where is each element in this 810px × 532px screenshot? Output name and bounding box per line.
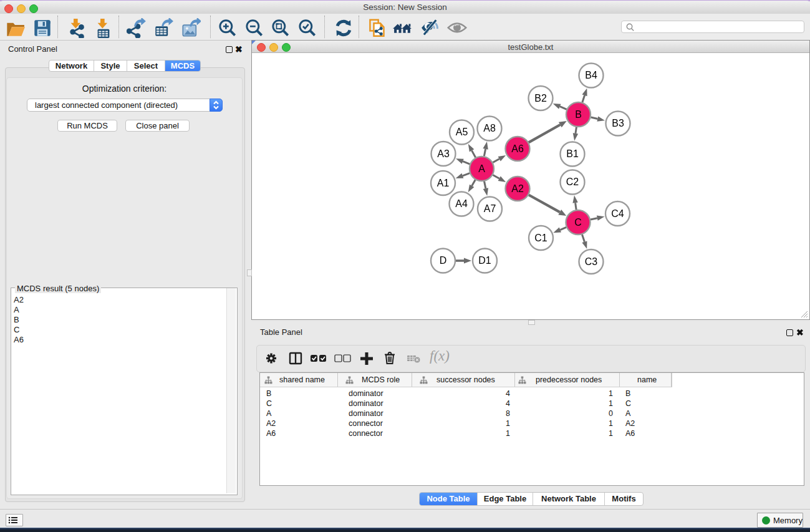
svg-text:C4: C4: [611, 208, 624, 219]
svg-text:B: B: [575, 109, 582, 120]
svg-text:C1: C1: [534, 233, 547, 243]
svg-text:A8: A8: [483, 123, 496, 133]
svg-text:A3: A3: [437, 148, 450, 159]
svg-text:A1: A1: [437, 178, 450, 188]
svg-text:A4: A4: [455, 198, 468, 209]
svg-text:C2: C2: [566, 177, 579, 187]
svg-text:C: C: [574, 217, 582, 228]
svg-text:B4: B4: [585, 70, 597, 80]
svg-text:A7: A7: [484, 203, 496, 214]
svg-text:A5: A5: [456, 127, 468, 137]
svg-text:A2: A2: [511, 183, 524, 194]
svg-text:A6: A6: [511, 143, 524, 154]
svg-text:B3: B3: [612, 118, 624, 128]
svg-text:D1: D1: [478, 255, 491, 266]
svg-text:C3: C3: [585, 256, 598, 267]
svg-text:B2: B2: [534, 93, 547, 104]
svg-text:D: D: [440, 255, 447, 266]
svg-text:B1: B1: [566, 148, 579, 159]
svg-text:A: A: [478, 163, 485, 174]
